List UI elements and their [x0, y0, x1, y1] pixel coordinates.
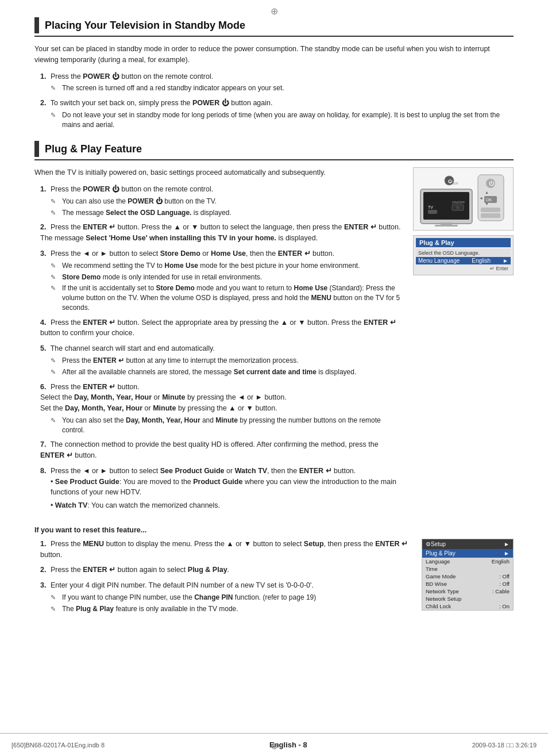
pp-note-5a: ✎ Press the ENTER ↵ button at any time t… [51, 356, 402, 366]
menu-row-language: Menu Language English ► [416, 257, 511, 264]
side-menu-row-networktype: Network Type : Cable [422, 588, 513, 595]
pp-step-5: 5. The channel search will start and end… [40, 343, 402, 377]
side-menu-icon: ⚙ [426, 541, 431, 547]
heading-bar [34, 17, 39, 33]
pp-note-5b: ✎ After all the available channels are s… [51, 367, 402, 377]
pp-step-8: 8. Press the ◄ or ► button to select See… [40, 466, 402, 511]
plugplay-images: TV ON/OFF POWER ⏻ ⏻ ▲ [413, 167, 514, 516]
pp-step-3: 3. Press the ◄ or ► button to select Sto… [40, 248, 402, 313]
standby-intro: Your set can be placed in standby mode i… [34, 44, 514, 66]
side-menu-box: ⚙ Setup ► Plug & Play ► Language English [422, 539, 514, 611]
note-icon-2: ✎ [51, 111, 60, 120]
reset-note-3a: ✎ If you want to change PIN number, use … [51, 593, 412, 603]
power-bold: POWER ⏻ [83, 72, 119, 80]
menu-title: Plug & Play [416, 238, 511, 247]
reset-step-2: 2. Press the ENTER ↵ button again to sel… [40, 565, 412, 575]
menu-enter-text: ↵ Enter [416, 264, 511, 273]
side-menu-row-language: Language English [422, 558, 513, 565]
standby-step-1: 1. Press the POWER ⏻ button on the remot… [40, 71, 514, 94]
reset-steps: 1. Press the MENU button to display the … [40, 539, 412, 614]
footer-right: 2009-03-18 □□ 3:26:19 [472, 742, 537, 749]
svg-text:TV: TV [428, 205, 433, 209]
svg-text:◄: ◄ [479, 196, 483, 200]
side-menu-row-childlock: Child Lock : On [422, 603, 513, 610]
standby-title: Placing Your Television in Standby Mode [45, 20, 245, 32]
side-menu-row-bdwise: BD Wise : Off [422, 580, 513, 588]
pp-step-1: 1. Press the POWER ⏻ button on the remot… [40, 184, 402, 217]
footer-left: [650]BN68-02017A-01Eng.indb 8 [11, 742, 105, 749]
svg-text:ON/OFF: ON/OFF [452, 201, 465, 204]
plugplay-title: Plug & Play Feature [45, 143, 142, 155]
pp-step-7: 7. The connection method to provide the … [40, 439, 402, 461]
svg-text:OK: OK [486, 198, 492, 202]
svg-rect-21 [481, 208, 500, 212]
standby-steps: 1. Press the POWER ⏻ button on the remot… [40, 71, 514, 130]
step-num: 1. [40, 72, 46, 80]
svg-text:⏻: ⏻ [489, 181, 495, 186]
pp-note-1b: ✎ The message Select the OSD Language. i… [51, 208, 402, 218]
reset-step-1: 1. Press the MENU button to display the … [40, 539, 412, 561]
side-menu-screenshot: ⚙ Setup ► Plug & Play ► Language English [422, 539, 514, 619]
note-icon: ✎ [51, 84, 60, 93]
pp-note-6a: ✎ You can also set the Day, Month, Year,… [51, 416, 402, 435]
pp-note-3c: ✎ If the unit is accidentally set to Sto… [51, 283, 402, 312]
tv-remote-svg: TV ON/OFF POWER ⏻ ⏻ ▲ [418, 172, 510, 227]
reset-layout: 1. Press the MENU button to display the … [34, 539, 514, 619]
pp-note-3a: ✎ We recommend setting the TV to Home Us… [51, 261, 402, 271]
standby-note-text-2: Do not leave your set in standby mode fo… [62, 110, 514, 130]
top-marker: ⊕ [271, 6, 278, 17]
menu-row-value: English [472, 258, 491, 264]
svg-text:⏻: ⏻ [447, 179, 453, 184]
side-menu-row-networksetup: Network Setup [422, 595, 513, 603]
reset-heading: If you want to reset this feature... [34, 526, 514, 534]
page: ⊕ Placing Your Television in Standby Mod… [0, 0, 548, 756]
side-menu-row-plugplay: Plug & Play ► [422, 549, 513, 558]
standby-heading: Placing Your Television in Standby Mode [34, 17, 514, 37]
pp-bullet-8a: See Product Guide: You are moved to the … [51, 477, 402, 498]
pp-step-6: 6. Press the ENTER ↵ button. Select the … [40, 382, 402, 435]
reset-step-3: 3. Enter your 4 digit PIN number. The de… [40, 580, 412, 613]
step-num-2: 2. [40, 99, 46, 107]
plugplay-steps: 1. Press the POWER ⏻ button on the remot… [40, 184, 402, 511]
plug-play-menu-screenshot: Plug & Play Select the OSD Language. Men… [413, 235, 514, 275]
side-menu-title: Setup [431, 541, 446, 547]
svg-rect-3 [435, 225, 458, 227]
standby-note-1: ✎ The screen is turned off and a red sta… [51, 83, 514, 93]
svg-rect-22 [481, 213, 500, 218]
pp-note-3b: ✎ Store Demo mode is only intended for u… [51, 273, 402, 282]
standby-step-2: 2. To switch your set back on, simply pr… [40, 98, 514, 129]
plugplay-layout: When the TV is initially powered on, bas… [34, 167, 514, 516]
side-menu-arrow: ► [504, 541, 510, 547]
svg-text:▲: ▲ [485, 190, 489, 194]
side-menu-row-time: Time [422, 565, 513, 573]
pp-step-4: 4. Press the ENTER ↵ button. Select the … [40, 317, 402, 339]
menu-subtitle: Select the OSD Language. [416, 249, 511, 257]
pp-bullets-8: See Product Guide: You are moved to the … [51, 477, 402, 511]
side-menu-row-gamemode: Game Mode : Off [422, 573, 513, 580]
reset-text: 1. Press the MENU button to display the … [34, 539, 412, 619]
menu-row-label: Menu Language [418, 258, 460, 264]
plugplay-heading: Plug & Play Feature [34, 141, 514, 160]
standby-note-2: ✎ Do not leave your set in standby mode … [51, 110, 514, 130]
pp-note-1a: ✎ You can also use the POWER ⏻ button on… [51, 197, 402, 206]
power-bold-2: POWER ⏻ [192, 99, 229, 107]
pp-bullet-8b: Watch TV: You can watch the memorized ch… [51, 500, 402, 511]
standby-note-text-1: The screen is turned off and a red stand… [62, 83, 284, 93]
reset-section: If you want to reset this feature... 1. … [34, 526, 514, 619]
plugplay-section: Plug & Play Feature When the TV is initi… [34, 141, 514, 618]
pp-step-num-1: 1. [40, 185, 46, 193]
heading-bar-2 [34, 141, 39, 157]
plugplay-text: When the TV is initially powered on, bas… [34, 167, 402, 516]
reset-note-3b: ✎ The Plug & Play feature is only availa… [51, 604, 412, 614]
standby-section: Placing Your Television in Standby Mode … [34, 17, 514, 129]
pp-step-2: 2. Press the ENTER ↵ button. Press the ▲… [40, 222, 402, 244]
menu-arrow: ► [503, 258, 508, 264]
svg-point-8 [456, 206, 460, 209]
svg-rect-5 [428, 210, 437, 214]
side-menu-header: ⚙ Setup ► [422, 539, 513, 549]
bottom-marker: ⊕ [271, 740, 278, 751]
svg-rect-2 [441, 222, 452, 225]
tv-remote-illustration: TV ON/OFF POWER ⏻ ⏻ ▲ [413, 167, 514, 231]
plugplay-intro: When the TV is initially powered on, bas… [34, 167, 402, 178]
